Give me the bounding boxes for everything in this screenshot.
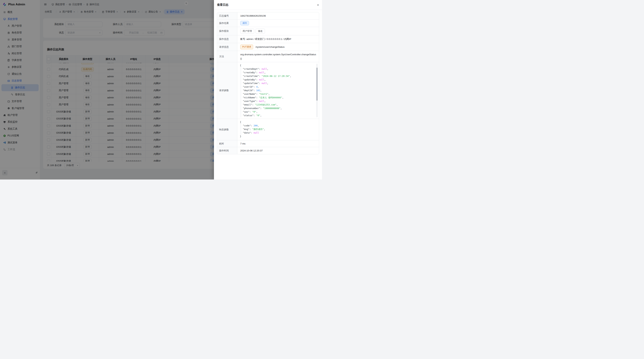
description-row-请求信息: 请求信息PUT请求/system/user/changeStatus	[217, 43, 319, 51]
description-value: {"code": 200,"msg": "操作成功","data": null}	[238, 119, 319, 140]
module-tag: 用户管理	[240, 29, 254, 34]
drawer-body: 日志编号1842781986426159106操作结果成功操作模块用户管理修改操…	[214, 10, 322, 157]
description-row-日志编号: 日志编号1842781986426159106	[217, 12, 319, 19]
description-value: 账号: admin / 研发部门 / 0:0:0:0:0:0:0:1 / 内网I…	[238, 35, 319, 43]
description-row-响应参数: 响应参数{"code": 200,"msg": "操作成功","data": n…	[217, 119, 319, 140]
description-row-请求参数: 请求参数{"createDept": null,"createBy": null…	[217, 62, 319, 119]
description-row-操作模块: 操作模块用户管理修改	[217, 27, 319, 35]
log-descriptions: 日志编号1842781986426159106操作结果成功操作模块用户管理修改操…	[217, 12, 319, 154]
description-row-耗时: 耗时7 ms	[217, 140, 319, 147]
description-value: 成功	[238, 19, 319, 27]
description-value: 1842781986426159106	[238, 12, 319, 19]
description-label: 耗时	[217, 140, 238, 147]
drawer-header: 查看日志 ×	[214, 0, 322, 10]
close-icon[interactable]: ×	[317, 3, 319, 6]
view-log-drawer: 查看日志 × 日志编号1842781986426159106操作结果成功操作模块…	[214, 0, 322, 179]
description-row-操作结果: 操作结果成功	[217, 19, 319, 27]
description-row-操作信息: 操作信息账号: admin / 研发部门 / 0:0:0:0:0:0:0:1 /…	[217, 35, 319, 43]
description-row-操作时间: 操作时间2024-10-06 12:20:37	[217, 147, 319, 154]
http-method-tag: PUT请求	[240, 44, 253, 49]
description-row-方法: 方法org.dromara.system.controller.system.S…	[217, 51, 319, 62]
description-label: 操作结果	[217, 19, 238, 27]
description-value: PUT请求/system/user/changeStatus	[238, 43, 319, 51]
drawer-title: 查看日志	[217, 3, 228, 7]
json-code: {"code": 200,"msg": "操作成功","data": null}	[240, 120, 314, 138]
json-code: {"createDept": null,"createBy": null,"cr…	[240, 64, 314, 117]
description-label: 操作信息	[217, 35, 238, 43]
scrollbar-thumb[interactable]	[316, 68, 318, 101]
description-label: 操作时间	[217, 147, 238, 154]
description-label: 日志编号	[217, 12, 238, 19]
description-label: 请求信息	[217, 43, 238, 51]
module-tag: 修改	[256, 29, 265, 34]
description-value: 用户管理修改	[238, 27, 319, 35]
description-label: 方法	[217, 51, 238, 62]
description-label: 响应参数	[217, 119, 238, 140]
result-success-tag: 成功	[240, 21, 249, 25]
description-value: {"createDept": null,"createBy": null,"cr…	[238, 62, 319, 119]
description-value: 2024-10-06 12:20:37	[238, 147, 319, 154]
request-url: /system/user/changeStatus	[256, 45, 284, 48]
description-value: org.dromara.system.controller.system.Sys…	[238, 51, 319, 62]
description-label: 操作模块	[217, 27, 238, 35]
description-value: 7 ms	[238, 140, 319, 147]
description-label: 请求参数	[217, 62, 238, 119]
